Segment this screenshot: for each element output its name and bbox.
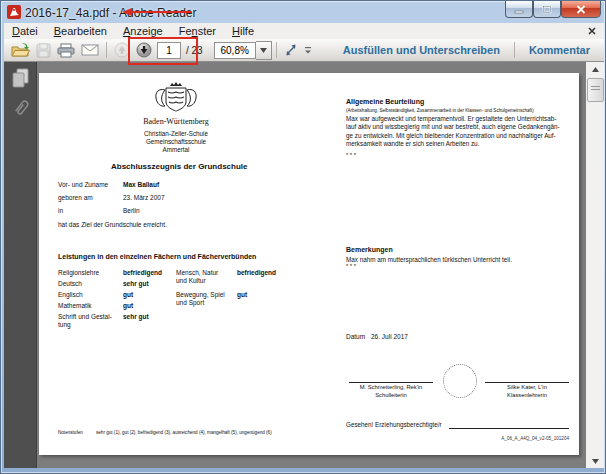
overflow-icon bbox=[304, 46, 312, 54]
open-button[interactable] bbox=[8, 40, 33, 60]
minimize-button[interactable] bbox=[505, 1, 533, 18]
toolbar-separator bbox=[514, 42, 515, 58]
menu-anzeige[interactable]: Anzeige bbox=[115, 24, 171, 38]
coat-of-arms-baden-wuerttemberg bbox=[152, 82, 200, 114]
adobe-reader-window: 2016-17_4a.pdf - Adobe Reader Datei Bear… bbox=[0, 0, 606, 474]
remarks-heading: Bemerkungen bbox=[346, 246, 393, 255]
grade: befriedigend bbox=[123, 269, 162, 277]
certificate-title: Abschlusszeugnis der Grundschule bbox=[111, 162, 247, 172]
maximize-button[interactable] bbox=[533, 1, 561, 18]
guardian-signature-line bbox=[449, 421, 569, 429]
guardian-label: Gesehen! Erziehungsberechtigte/r bbox=[346, 421, 442, 429]
scroll-up-button[interactable] bbox=[586, 62, 604, 76]
born-label: geboren am bbox=[58, 194, 93, 202]
scrollbar-grip bbox=[591, 86, 600, 90]
navigation-sidebar bbox=[4, 62, 37, 468]
menu-bearbeiten[interactable]: Bearbeiten bbox=[46, 24, 115, 38]
remarks-dots: * * * bbox=[346, 263, 356, 270]
principal-name: M. Schmetterling, Rek'in bbox=[337, 384, 445, 391]
scrollbar-thumb[interactable] bbox=[587, 78, 604, 102]
close-document-icon bbox=[588, 27, 596, 35]
subject: Mathematik bbox=[58, 302, 92, 310]
fit-window-icon bbox=[284, 43, 298, 57]
birth-date: 23. März 2007 bbox=[123, 194, 165, 202]
close-icon bbox=[576, 5, 586, 14]
footnote-grade-scale: sehr gut (1), gut (2), befriedigend (3),… bbox=[96, 430, 272, 436]
school-place: Ammertal bbox=[96, 146, 256, 154]
fill-sign-button[interactable]: Ausfüllen und Unterschreiben bbox=[333, 44, 510, 56]
vertical-scrollbar[interactable] bbox=[586, 62, 604, 468]
comment-button[interactable]: Kommentar bbox=[519, 44, 600, 56]
grade: gut bbox=[237, 291, 247, 299]
open-icon bbox=[11, 43, 30, 58]
menu-fenster[interactable]: Fenster bbox=[171, 24, 224, 38]
email-button[interactable] bbox=[78, 40, 102, 60]
birth-place: Berlin bbox=[123, 207, 140, 215]
remarks-text: Max nahm am muttersprachlichen türkische… bbox=[346, 256, 582, 264]
date-value: 26. Juli 2017 bbox=[371, 333, 408, 341]
toolbar-separator bbox=[276, 42, 277, 58]
menu-hilfe[interactable]: Hilfe bbox=[224, 24, 262, 38]
zoom-dropdown-button[interactable] bbox=[256, 41, 272, 60]
pdf-page[interactable]: Baden-Württemberg Christian-Zeller-Schul… bbox=[39, 73, 579, 455]
fit-window-button[interactable] bbox=[281, 40, 301, 60]
toolbar-overflow-button[interactable] bbox=[301, 40, 315, 60]
assessment-text: Max war aufgeweckt und temperamentvoll. … bbox=[346, 115, 582, 149]
maximize-icon bbox=[542, 5, 552, 14]
annotation-box bbox=[128, 37, 198, 65]
adobe-reader-app-icon bbox=[7, 5, 21, 19]
subject: Englisch bbox=[58, 291, 83, 299]
save-button[interactable] bbox=[33, 40, 54, 60]
school-name: Christian-Zeller-Schule bbox=[96, 130, 256, 138]
menu-datei[interactable]: Datei bbox=[4, 24, 46, 38]
signature-line-left bbox=[349, 382, 433, 383]
subject: Schrift und Gestal- tung bbox=[58, 313, 122, 329]
title-bar[interactable]: 2016-17_4a.pdf - Adobe Reader bbox=[1, 1, 606, 23]
subject: Deutsch bbox=[58, 280, 82, 288]
achievement-statement: hat das Ziel der Grundschule erreicht. bbox=[58, 221, 167, 229]
grade: gut bbox=[123, 302, 133, 310]
email-icon bbox=[81, 44, 99, 56]
grade: gut bbox=[123, 291, 133, 299]
close-button[interactable] bbox=[561, 1, 601, 18]
grade: befriedigend bbox=[237, 269, 276, 277]
scroll-up-icon bbox=[592, 67, 599, 72]
student-name: Max Ballauf bbox=[123, 181, 159, 189]
attachments-paperclip-icon[interactable] bbox=[12, 98, 30, 120]
menu-bar: Datei Bearbeiten Anzeige Fenster Hilfe bbox=[4, 23, 604, 39]
in-label: in bbox=[58, 207, 63, 215]
toolbar: 1 / 23 60,8% Ausfüllen und Unterschreibe… bbox=[4, 39, 604, 62]
subject: Mensch, Natur und Kultur bbox=[176, 269, 236, 285]
grade: sehr gut bbox=[123, 280, 149, 288]
document-workarea: Baden-Württemberg Christian-Zeller-Schul… bbox=[4, 62, 604, 468]
principal-role: Schulleiterin bbox=[337, 392, 445, 399]
assessment-dots: * * * bbox=[346, 152, 356, 159]
subject: Bewegung, Spiel und Sport bbox=[176, 291, 236, 307]
stamp-placeholder-circle bbox=[443, 364, 477, 398]
signature-line-right bbox=[485, 382, 569, 383]
scroll-down-icon bbox=[592, 459, 599, 464]
close-document-button[interactable] bbox=[588, 25, 596, 37]
subject: Religionslehre bbox=[58, 269, 122, 277]
minimize-icon bbox=[514, 5, 524, 14]
grade: sehr gut bbox=[123, 313, 149, 321]
form-code: A_06_A_A4Q_04_v2-05_101204 bbox=[469, 436, 569, 442]
window-controls bbox=[505, 1, 601, 18]
grades-heading: Leistungen in den einzelnen Fächern und … bbox=[58, 253, 256, 262]
annotation-arrow bbox=[121, 6, 195, 18]
assessment-subheading: (Arbeitshaltung, Selbstständigkeit, Zusa… bbox=[346, 108, 581, 114]
print-button[interactable] bbox=[54, 40, 78, 60]
footnote-label: Notenstufen bbox=[58, 430, 83, 436]
name-label: Vor- und Zuname bbox=[58, 181, 108, 189]
state-name: Baden-Württemberg bbox=[96, 117, 256, 127]
chevron-down-icon bbox=[260, 48, 267, 53]
page-thumbnails-icon[interactable] bbox=[11, 68, 31, 90]
zoom-level-input[interactable]: 60,8% bbox=[214, 42, 256, 59]
teacher-name: Silke Kater, L'in bbox=[473, 384, 581, 391]
print-icon bbox=[57, 43, 75, 58]
date-label: Datum bbox=[346, 333, 365, 341]
teacher-role: Klassenlehrerin bbox=[473, 392, 581, 399]
scroll-down-button[interactable] bbox=[586, 454, 604, 468]
school-type: Gemeinschaftsschule bbox=[96, 138, 256, 146]
toolbar-separator bbox=[106, 42, 107, 58]
